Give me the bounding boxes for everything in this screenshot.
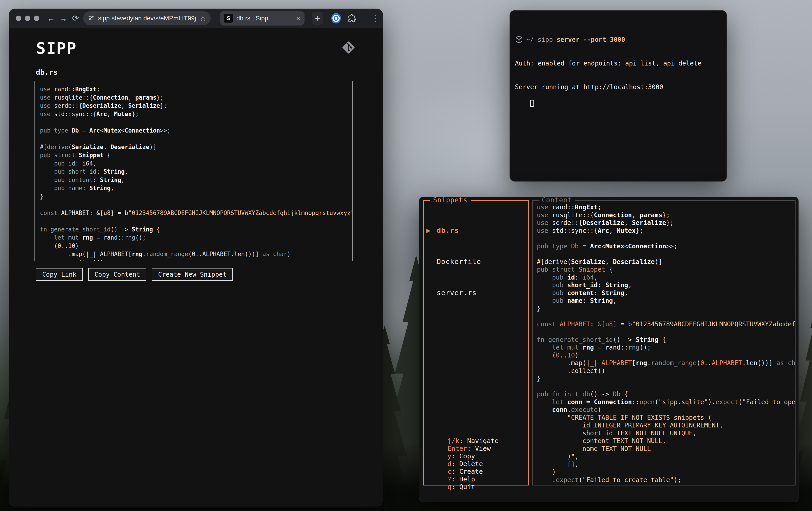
sipp-web-page: SIPP db.rs use rand::RngExt;use rusqlite…: [9, 28, 383, 507]
browser-tab[interactable]: S db.rs | Sipp ×: [220, 11, 304, 26]
password-manager-ring: [332, 15, 340, 22]
snippet-item-label: db.rs: [437, 225, 459, 236]
tui-keybinding-footer: j/k: Navigate Enter: View y: Copy d: Del…: [424, 429, 505, 499]
browser-toolbar: ← → ⟳ sipp.stevedylan.dev/s/eMPmLIT99j ☆…: [9, 9, 383, 28]
close-window-button[interactable]: [16, 16, 21, 21]
address-bar[interactable]: sipp.stevedylan.dev/s/eMPmLIT99j ☆: [83, 11, 211, 25]
forward-icon[interactable]: →: [59, 14, 68, 23]
snippets-list: ▶ db.rs Dockerfile server.rs: [426, 204, 526, 319]
snippets-panel-title: Snippets: [430, 197, 471, 204]
snippet-code-view[interactable]: use rand::RngExt;use rusqlite::{Connecti…: [34, 81, 352, 261]
keybinding-copy: y: Copy: [447, 452, 475, 460]
terminal-window[interactable]: ~/ sipp server --port 3000 Auth: enabled…: [510, 10, 727, 181]
terminal-prompt-line: ~/ sipp server --port 3000: [515, 35, 726, 44]
window-controls[interactable]: [16, 16, 39, 21]
snippet-filename: db.rs: [36, 68, 58, 77]
keybinding-view: Enter: View: [447, 445, 491, 452]
copy-content-button[interactable]: Copy Content: [88, 268, 146, 281]
desktop: ← → ⟳ sipp.stevedylan.dev/s/eMPmLIT99j ☆…: [0, 0, 812, 511]
tab-close-icon[interactable]: ×: [296, 14, 300, 23]
keybinding-help: ?: Help: [447, 475, 475, 483]
snippet-item-label: server.rs: [437, 288, 476, 298]
toolbar-divider: [364, 14, 364, 23]
password-manager-extension-icon[interactable]: [331, 13, 341, 24]
content-code-view[interactable]: use rand::RngExt;use rusqlite::{Connecti…: [533, 201, 795, 485]
snippet-item-dockerfile[interactable]: Dockerfile: [426, 256, 526, 267]
snippet-item-db-rs[interactable]: ▶ db.rs: [426, 225, 526, 236]
new-tab-button[interactable]: +: [312, 12, 323, 25]
keybinding-create: c: Create: [447, 468, 483, 475]
snippet-actions: Copy Link Copy Content Create New Snippe…: [36, 268, 233, 281]
tab-title: db.rs | Sipp: [236, 15, 292, 22]
git-icon[interactable]: [342, 41, 354, 54]
snippet-item-server-rs[interactable]: server.rs: [426, 288, 526, 298]
snippet-item-label: Dockerfile: [437, 256, 481, 267]
password-manager-bar: [336, 17, 337, 20]
reload-icon[interactable]: ⟳: [71, 14, 80, 23]
bookmark-star-icon[interactable]: ☆: [200, 14, 206, 23]
selection-arrow-slot: [426, 288, 437, 298]
maximize-window-button[interactable]: [34, 16, 39, 21]
page-title: SIPP: [36, 39, 77, 58]
selection-arrow-slot: [426, 256, 437, 267]
prompt-command: server --port 3000: [557, 36, 625, 44]
url-text[interactable]: sipp.stevedylan.dev/s/eMPmLIT99j: [98, 15, 196, 22]
back-icon[interactable]: ←: [47, 14, 56, 23]
keybinding-navigate: j/k: Navigate: [447, 437, 499, 445]
content-panel: Content use rand::RngExt;use rusqlite::{…: [532, 200, 795, 485]
minimize-window-button[interactable]: [25, 16, 30, 21]
browser-window: ← → ⟳ sipp.stevedylan.dev/s/eMPmLIT99j ☆…: [9, 9, 383, 507]
site-settings-icon[interactable]: [88, 15, 94, 22]
create-new-snippet-button[interactable]: Create New Snippet: [152, 268, 233, 281]
box-icon: [515, 35, 523, 44]
keybinding-delete: d: Delete: [447, 460, 483, 468]
terminal-output-line: Auth: enabled for endpoints: api_list, a…: [515, 59, 726, 67]
terminal-cursor: [530, 100, 534, 107]
extensions-icon[interactable]: [348, 14, 357, 23]
tui-window: Snippets ▶ db.rs Dockerfile server.rs Co…: [419, 197, 799, 502]
browser-menu-icon[interactable]: ⋮: [371, 14, 378, 23]
selection-arrow-icon: ▶: [426, 225, 437, 236]
keybinding-quit: q: Quit: [447, 483, 475, 491]
prompt-app: sipp: [538, 36, 557, 44]
prompt-path: ~/: [526, 36, 538, 44]
tab-favicon: S: [224, 14, 233, 23]
copy-link-button[interactable]: Copy Link: [36, 268, 83, 281]
terminal-output-line: Server running at http://localhost:3000: [515, 83, 726, 91]
